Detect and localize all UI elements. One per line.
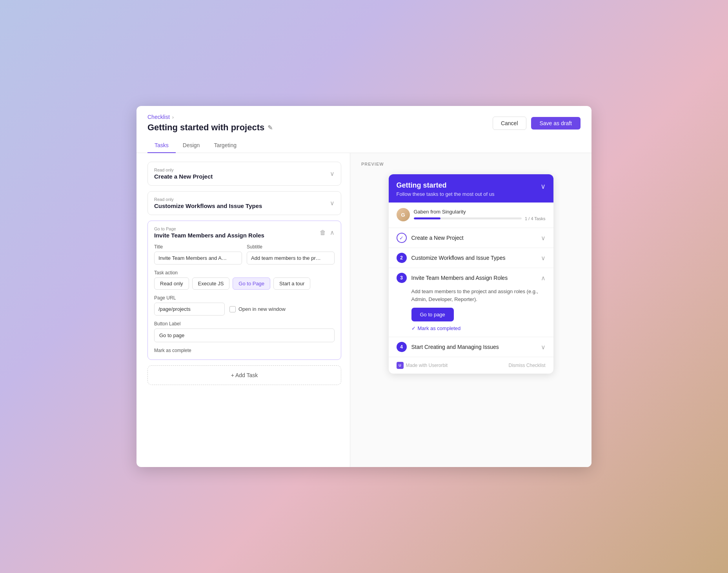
task-card-3-header: Go to Page Invite Team Members and Assig… bbox=[148, 221, 341, 244]
preview-task-left-1: ✓ Create a New Project bbox=[397, 233, 464, 243]
preview-task-item-1[interactable]: ✓ Create a New Project ∨ bbox=[389, 228, 553, 248]
preview-task-left-4: 4 Start Creating and Managing Issues bbox=[397, 342, 499, 352]
task-num-icon-4: 4 bbox=[397, 342, 407, 352]
delete-icon[interactable]: 🗑 bbox=[320, 229, 326, 236]
preview-mark-complete-3[interactable]: ✓ Mark as completed bbox=[411, 325, 546, 331]
left-panel: Read only Create a New Project ∨ Read on… bbox=[136, 153, 350, 467]
progress-text: 1 / 4 Tasks bbox=[525, 216, 545, 221]
task-form-3: Title Subtitle Task action Read only bbox=[148, 244, 341, 359]
dismiss-checklist-link[interactable]: Dismiss Checklist bbox=[508, 363, 545, 368]
subtitle-input[interactable] bbox=[247, 252, 335, 265]
made-with-text: Made with Userorbit bbox=[406, 363, 448, 368]
preview-task-expanded-3: Add team members to the project and assi… bbox=[389, 288, 553, 337]
task-card-2: Read only Customize Workflows and Issue … bbox=[147, 191, 341, 215]
task-card-1: Read only Create a New Project ∨ bbox=[147, 162, 341, 186]
action-btn-start-tour[interactable]: Start a tour bbox=[273, 277, 310, 290]
userorbit-logo: U bbox=[397, 362, 404, 369]
user-name: Gaben from Singularity bbox=[414, 209, 546, 215]
preview-task-name-4: Start Creating and Managing Issues bbox=[411, 344, 499, 350]
preview-task-chevron-4: ∨ bbox=[541, 343, 546, 351]
task-card-1-title: Read only Create a New Project bbox=[154, 168, 213, 180]
mark-complete-text: Mark as completed bbox=[418, 325, 461, 331]
form-group-task-action: Task action Read only Execute JS Go to P… bbox=[154, 270, 335, 290]
preview-task-desc-3: Add team members to the project and assi… bbox=[411, 288, 546, 303]
header-actions: Cancel Save as draft bbox=[493, 117, 581, 130]
page-url-input[interactable] bbox=[154, 303, 225, 316]
breadcrumb-parent[interactable]: Checklist bbox=[147, 114, 170, 120]
cancel-button[interactable]: Cancel bbox=[493, 117, 526, 130]
preview-label: PREVIEW bbox=[361, 162, 581, 166]
task-card-3-title: Go to Page Invite Team Members and Assig… bbox=[154, 226, 264, 239]
preview-title: Getting started bbox=[397, 181, 495, 190]
tabs: Tasks Design Targeting bbox=[147, 138, 581, 153]
button-label-label: Button Label bbox=[154, 321, 335, 327]
open-new-window-label: Open in new window bbox=[238, 306, 286, 312]
progress-bar-wrap: 1 / 4 Tasks bbox=[414, 216, 546, 221]
title-subtitle-row: Title Subtitle bbox=[154, 244, 335, 265]
task-card-2-title: Read only Customize Workflows and Issue … bbox=[154, 197, 262, 209]
user-info: Gaben from Singularity 1 / 4 Tasks bbox=[414, 209, 546, 221]
tab-tasks[interactable]: Tasks bbox=[147, 138, 176, 153]
button-label-input[interactable] bbox=[154, 328, 335, 342]
preview-task-item-2[interactable]: 2 Customize Workflows and Issue Types ∨ bbox=[389, 248, 553, 268]
preview-header: Getting started Follow these tasks to ge… bbox=[389, 174, 553, 203]
page-title-row: Checklist › Getting started with project… bbox=[147, 114, 581, 133]
task-card-3: Go to Page Invite Team Members and Assig… bbox=[147, 221, 341, 360]
preview-task-chevron-3: ∧ bbox=[541, 274, 546, 282]
edit-icon[interactable]: ✎ bbox=[268, 124, 273, 131]
header: Checklist › Getting started with project… bbox=[136, 106, 592, 153]
page-title-text: Getting started with projects bbox=[147, 122, 264, 133]
preview-task-item-4[interactable]: 4 Start Creating and Managing Issues ∨ bbox=[389, 337, 553, 357]
task-type-label-3: Go to Page bbox=[154, 226, 264, 231]
task-card-2-header[interactable]: Read only Customize Workflows and Issue … bbox=[148, 192, 341, 215]
avatar: G bbox=[397, 208, 410, 221]
preview-go-btn-3[interactable]: Go to page bbox=[411, 308, 454, 321]
preview-tasks: ✓ Create a New Project ∨ 2 Customize Wor… bbox=[389, 224, 553, 357]
task-done-icon-1: ✓ bbox=[397, 233, 407, 243]
chevron-down-icon-2: ∨ bbox=[330, 199, 335, 207]
preview-widget: Getting started Follow these tasks to ge… bbox=[389, 174, 553, 374]
task-action-label: Task action bbox=[154, 270, 335, 276]
tab-targeting[interactable]: Targeting bbox=[207, 138, 244, 153]
form-group-page-url: Page URL Open in new window bbox=[154, 295, 335, 316]
save-draft-button[interactable]: Save as draft bbox=[531, 117, 581, 130]
app-container: Checklist › Getting started with project… bbox=[136, 106, 592, 467]
form-group-button-label: Button Label bbox=[154, 321, 335, 342]
progress-bar-fill bbox=[414, 217, 441, 219]
task-name-3: Invite Team Members and Assign Roles bbox=[154, 232, 264, 239]
add-task-button[interactable]: + Add Task bbox=[147, 365, 341, 385]
subtitle-label: Subtitle bbox=[247, 244, 335, 250]
task-action-buttons: Read only Execute JS Go to Page Start a … bbox=[154, 277, 335, 290]
preview-task-name-3: Invite Team Members and Assign Roles bbox=[411, 275, 508, 281]
breadcrumb-separator: › bbox=[172, 114, 174, 120]
preview-task-name-1: Create a New Project bbox=[411, 235, 464, 241]
task-card-1-header[interactable]: Read only Create a New Project ∨ bbox=[148, 162, 341, 185]
made-with: U Made with Userorbit bbox=[397, 362, 448, 369]
action-btn-goto-page[interactable]: Go to Page bbox=[233, 277, 270, 290]
main-content: Read only Create a New Project ∨ Read on… bbox=[136, 153, 592, 467]
task-type-label-2: Read only bbox=[154, 197, 262, 202]
action-btn-execute-js[interactable]: Execute JS bbox=[192, 277, 230, 290]
task-type-label-1: Read only bbox=[154, 168, 213, 172]
right-panel: PREVIEW Getting started Follow these tas… bbox=[350, 153, 592, 467]
open-new-window-checkbox[interactable] bbox=[229, 306, 236, 312]
preview-task-left-2: 2 Customize Workflows and Issue Types bbox=[397, 253, 506, 263]
progress-bar-bg bbox=[414, 217, 522, 219]
tab-design[interactable]: Design bbox=[176, 138, 207, 153]
page-url-label: Page URL bbox=[154, 295, 335, 301]
preview-footer: U Made with Userorbit Dismiss Checklist bbox=[389, 357, 553, 374]
open-new-window-row: Open in new window bbox=[229, 306, 286, 312]
preview-collapse-chevron[interactable]: ∨ bbox=[541, 182, 546, 191]
title-input[interactable] bbox=[154, 252, 242, 265]
chevron-down-icon-1: ∨ bbox=[330, 170, 335, 177]
preview-user-row: G Gaben from Singularity 1 / 4 Tasks bbox=[389, 203, 553, 224]
chevron-up-icon-3[interactable]: ∧ bbox=[330, 229, 335, 236]
preview-task-block-3: 3 Invite Team Members and Assign Roles ∧… bbox=[389, 268, 553, 337]
action-btn-readonly[interactable]: Read only bbox=[154, 277, 189, 290]
task-card-3-actions: 🗑 ∧ bbox=[320, 229, 335, 236]
task-name-1: Create a New Project bbox=[154, 173, 213, 180]
preview-task-item-3[interactable]: 3 Invite Team Members and Assign Roles ∧ bbox=[389, 268, 553, 288]
checkmark-icon: ✓ bbox=[411, 325, 416, 331]
form-group-subtitle: Subtitle bbox=[247, 244, 335, 265]
preview-task-left-3: 3 Invite Team Members and Assign Roles bbox=[397, 273, 508, 283]
